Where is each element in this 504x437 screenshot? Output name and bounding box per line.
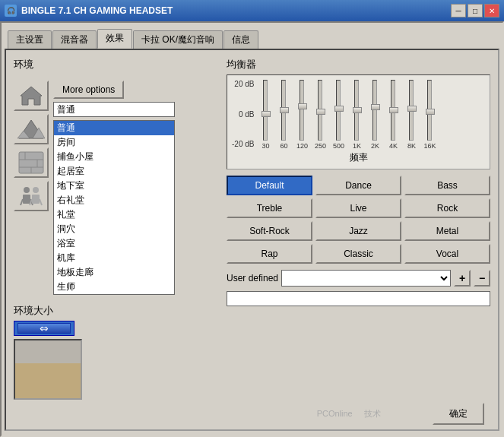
list-item[interactable]: 地板走廊 xyxy=(54,265,174,280)
eq-slider-track-60[interactable] xyxy=(281,80,286,141)
eq-slider-track-500[interactable] xyxy=(336,80,341,141)
eq-slider-thumb-60[interactable] xyxy=(280,107,289,113)
preset-default[interactable]: Default xyxy=(227,176,312,195)
maximize-button[interactable]: □ xyxy=(468,4,483,17)
eq-band-16k: 16K xyxy=(421,80,438,150)
tab-effects[interactable]: 效果 xyxy=(97,29,132,49)
env-icon-home[interactable] xyxy=(14,81,49,111)
user-defined-add-button[interactable]: + xyxy=(454,270,471,287)
home-svg-icon xyxy=(17,84,45,108)
env-preview-inner xyxy=(15,363,81,398)
eq-slider-thumb-30[interactable] xyxy=(262,111,271,117)
env-size-slider[interactable]: ⇔ xyxy=(14,321,74,336)
preset-soft-rock[interactable]: Soft-Rock xyxy=(227,221,312,241)
preset-dance[interactable]: Dance xyxy=(315,176,401,195)
eq-sliders-row: 20 dB 0 dB -20 dB 30 xyxy=(232,80,485,150)
eq-slider-track-2k[interactable] xyxy=(372,80,377,141)
eq-slider-track-1k[interactable] xyxy=(354,80,359,141)
minimize-button[interactable]: ─ xyxy=(451,4,466,17)
preset-live[interactable]: Live xyxy=(315,198,401,218)
user-defined-input[interactable] xyxy=(227,291,490,306)
people-svg-icon xyxy=(17,184,45,208)
list-item[interactable]: 礼堂 xyxy=(54,207,174,222)
tab-karaoke[interactable]: 卡拉 OK/魔幻音响 xyxy=(133,30,223,49)
env-section-title: 环境 xyxy=(14,58,219,71)
bottom-bar: PCOnline 技术 确定 xyxy=(14,400,490,425)
list-item[interactable]: 普通 xyxy=(54,121,174,135)
user-defined-select[interactable] xyxy=(281,270,451,287)
eq-band-500: 500 xyxy=(330,80,347,150)
eq-band-250: 250 xyxy=(312,80,328,150)
content-area: 环境 xyxy=(5,49,499,431)
eq-slider-thumb-250[interactable] xyxy=(316,109,325,115)
eq-slider-thumb-500[interactable] xyxy=(334,106,344,112)
eq-freq-30: 30 xyxy=(262,142,269,150)
preset-rap[interactable]: Rap xyxy=(227,244,312,264)
eq-band-120: 120 xyxy=(293,80,310,150)
main-window: 主设置 混音器 效果 卡拉 OK/魔幻音响 信息 环境 xyxy=(0,21,504,437)
eq-slider-track-120[interactable] xyxy=(300,80,304,141)
eq-slider-thumb-2k[interactable] xyxy=(371,104,380,110)
preset-vocal[interactable]: Vocal xyxy=(404,244,490,264)
env-slider-handle[interactable]: ⇔ xyxy=(17,323,71,334)
env-icons-row: More options 普通 房间 捕鱼小屋 起居室 地下室 右礼堂 礼堂 xyxy=(14,81,219,295)
eq-band-1k: 1K xyxy=(348,80,365,150)
preset-bass[interactable]: Bass xyxy=(404,176,490,195)
env-dropdown-list[interactable]: 普通 房间 捕鱼小屋 起居室 地下室 右礼堂 礼堂 洞穴 浴室 机库 地板走廊 … xyxy=(53,120,175,295)
eq-slider-track-8k[interactable] xyxy=(409,80,414,141)
dropdown-wrapper: 普通 房间 捕鱼小屋 起居室 地下室 右礼堂 礼堂 洞穴 浴室 机库 xyxy=(53,102,175,117)
ok-button[interactable]: 确定 xyxy=(433,403,484,425)
eq-freq-60: 60 xyxy=(280,142,287,150)
env-icon-outdoor[interactable] xyxy=(14,114,49,144)
eq-slider-track-16k[interactable] xyxy=(427,80,432,141)
svg-line-17 xyxy=(40,199,42,205)
env-size-title: 环境大小 xyxy=(14,304,219,318)
eq-db-labels: 20 dB 0 dB -20 dB xyxy=(232,80,254,148)
list-item[interactable]: 起居室 xyxy=(54,164,174,179)
user-defined-remove-button[interactable]: − xyxy=(474,270,490,287)
tab-main[interactable]: 主设置 xyxy=(8,30,52,49)
eq-slider-thumb-4k[interactable] xyxy=(389,107,398,113)
preset-classic[interactable]: Classic xyxy=(315,244,401,264)
close-button[interactable]: ✕ xyxy=(484,4,499,17)
preset-rock[interactable]: Rock xyxy=(404,198,490,218)
list-item[interactable]: 房间 xyxy=(54,135,174,150)
eq-slider-track-4k[interactable] xyxy=(391,80,395,141)
dropdown-area: More options 普通 房间 捕鱼小屋 起居室 地下室 右礼堂 礼堂 xyxy=(53,81,219,295)
preset-metal[interactable]: Metal xyxy=(404,221,490,241)
tab-info[interactable]: 信息 xyxy=(223,30,258,49)
eq-slider-thumb-8k[interactable] xyxy=(407,106,417,112)
eq-slider-thumb-16k[interactable] xyxy=(426,109,435,115)
eq-band-4k: 4K xyxy=(385,80,401,150)
eq-slider-thumb-1k[interactable] xyxy=(353,107,362,113)
eq-freq-500: 500 xyxy=(333,142,344,150)
eq-slider-track-30[interactable] xyxy=(263,80,268,141)
eq-slider-thumb-120[interactable] xyxy=(298,103,307,109)
list-item[interactable]: 地板右小丛林 xyxy=(54,294,174,295)
svg-rect-11 xyxy=(23,195,30,204)
eq-freq-4k: 4K xyxy=(389,142,398,150)
eq-freq-16k: 16K xyxy=(423,142,436,150)
eq-band-2k: 2K xyxy=(366,80,383,150)
freq-title: 频率 xyxy=(232,151,485,164)
env-dropdown[interactable]: 普通 房间 捕鱼小屋 起居室 地下室 右礼堂 礼堂 洞穴 浴室 机库 xyxy=(53,102,175,117)
tab-mixer[interactable]: 混音器 xyxy=(52,30,97,49)
preset-treble[interactable]: Treble xyxy=(227,198,312,218)
list-item[interactable]: 右礼堂 xyxy=(54,193,174,207)
list-item[interactable]: 机库 xyxy=(54,251,174,265)
list-item[interactable]: 浴室 xyxy=(54,236,174,251)
env-icon-stone[interactable] xyxy=(14,147,49,178)
list-item[interactable]: 地下室 xyxy=(54,179,174,193)
more-options-button[interactable]: More options xyxy=(53,81,124,99)
preset-jazz[interactable]: Jazz xyxy=(315,221,401,241)
list-item[interactable]: 捕鱼小屋 xyxy=(54,150,174,164)
env-size-section: 环境大小 ⇔ xyxy=(14,304,219,400)
eq-band-30: 30 xyxy=(257,80,274,150)
list-item[interactable]: 生师 xyxy=(54,280,174,294)
eq-freq-120: 120 xyxy=(296,142,308,150)
eq-slider-track-250[interactable] xyxy=(318,80,322,141)
svg-point-10 xyxy=(24,187,30,193)
tab-bar: 主设置 混音器 效果 卡拉 OK/魔幻音响 信息 xyxy=(5,26,499,49)
env-icon-people[interactable] xyxy=(14,181,49,211)
list-item[interactable]: 洞穴 xyxy=(54,222,174,236)
